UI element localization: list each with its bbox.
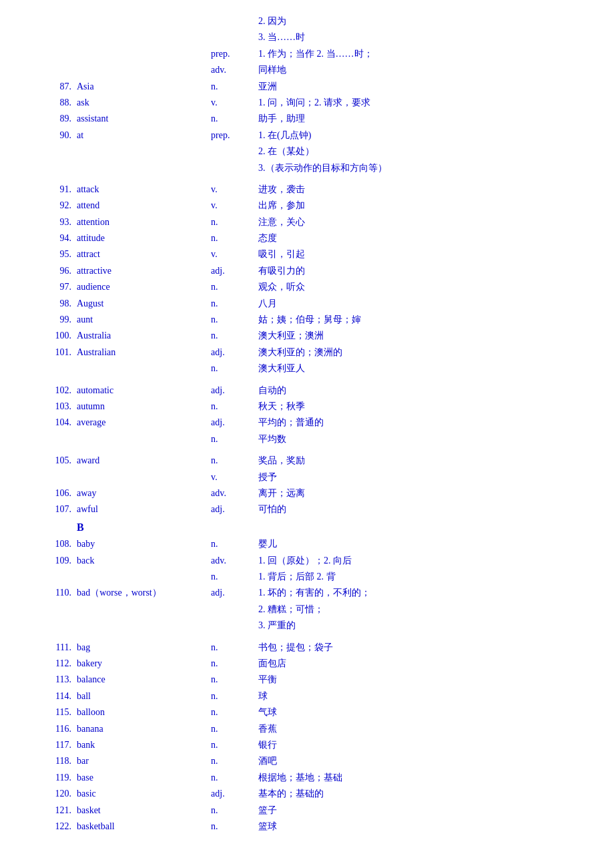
entry-definition: 同样地 — [256, 62, 587, 78]
entry-pos: n. — [208, 279, 256, 295]
entry-definition: 奖品，奖励 — [256, 453, 587, 469]
list-item: 89.assistantn.助手，助理 — [27, 111, 587, 127]
list-item: 103.autumnn.秋天；秋季 — [27, 399, 587, 415]
entry-pos: n. — [208, 770, 256, 786]
list-item: 112.bakeryn.面包店 — [27, 656, 587, 672]
entry-pos — [208, 29, 256, 45]
entry-word — [74, 361, 208, 377]
entry-pos: adj. — [208, 383, 256, 399]
entry-word: attend — [74, 198, 208, 214]
entry-pos: adj. — [208, 501, 256, 517]
entry-word — [74, 62, 208, 78]
list-item: 118.barn.酒吧 — [27, 753, 587, 769]
entry-definition: 秋天；秋季 — [256, 399, 587, 415]
entry-number: 104. — [27, 415, 74, 431]
entry-number: 116. — [27, 721, 74, 737]
entry-definition: 1. 坏的；有害的，不利的； — [256, 585, 587, 601]
entry-pos — [208, 144, 256, 160]
entry-word: basic — [74, 786, 208, 802]
list-item: 122.basketballn.篮球 — [27, 819, 587, 835]
entry-pos — [208, 602, 256, 618]
entry-number — [27, 13, 74, 29]
entry-definition: 观众，听众 — [256, 279, 587, 295]
entry-number: 89. — [27, 111, 74, 127]
entry-number: 117. — [27, 737, 74, 753]
entry-pos: n. — [208, 803, 256, 819]
entry-definition: 篮球 — [256, 819, 587, 835]
list-item: 120.basicadj.基本的；基础的 — [27, 786, 587, 802]
entry-pos: n. — [208, 214, 256, 230]
list-item: 106.awayadv.离开；远离 — [27, 485, 587, 501]
entry-definition: 进攻，袭击 — [256, 182, 587, 198]
section-header-row: B — [27, 518, 587, 537]
entry-number: 109. — [27, 553, 74, 569]
entry-pos: prep. — [208, 46, 256, 62]
list-item: 110.bad（worse，worst）adj.1. 坏的；有害的，不利的； — [27, 585, 587, 601]
entry-word — [74, 160, 208, 176]
entry-pos: v. — [208, 469, 256, 485]
entry-pos: v. — [208, 246, 256, 262]
entry-definition: 助手，助理 — [256, 111, 587, 127]
entry-word: ask — [74, 95, 208, 111]
entry-word — [74, 46, 208, 62]
list-item: 105.awardn.奖品，奖励 — [27, 453, 587, 469]
entry-definition: 1. 背后；后部 2. 背 — [256, 569, 587, 585]
entry-definition: 1. 作为；当作 2. 当……时； — [256, 46, 587, 62]
entry-number: 105. — [27, 453, 74, 469]
entry-word — [74, 144, 208, 160]
list-item: 92.attendv.出席，参加 — [27, 198, 587, 214]
entry-definition: 银行 — [256, 737, 587, 753]
entry-definition: 态度 — [256, 230, 587, 246]
entry-number: 112. — [27, 656, 74, 672]
entry-pos: adj. — [208, 786, 256, 802]
entry-definition: 吸引，引起 — [256, 246, 587, 262]
entry-number: 121. — [27, 803, 74, 819]
entry-word: baby — [74, 536, 208, 552]
list-item: n.1. 背后；后部 2. 背 — [27, 569, 587, 585]
entry-definition: 3. 当……时 — [256, 29, 587, 45]
list-item: 97.audiencen.观众，听众 — [27, 279, 587, 295]
list-item: 108.babyn.婴儿 — [27, 536, 587, 552]
list-item: 2. 在（某处） — [27, 144, 587, 160]
list-item: 3.（表示动作的目标和方向等） — [27, 160, 587, 176]
entry-definition: 婴儿 — [256, 536, 587, 552]
list-item: 100.Australian.澳大利亚；澳洲 — [27, 328, 587, 344]
entry-word — [74, 618, 208, 634]
entry-number: 108. — [27, 536, 74, 552]
entry-number: 92. — [27, 198, 74, 214]
entry-word: assistant — [74, 111, 208, 127]
spacer-row — [27, 176, 587, 182]
entry-definition: 注意，关心 — [256, 214, 587, 230]
entry-number: 110. — [27, 585, 74, 601]
entry-number: 90. — [27, 128, 74, 144]
entry-number: 94. — [27, 230, 74, 246]
entry-word — [74, 431, 208, 447]
entry-pos: n. — [208, 688, 256, 704]
list-item: 3. 严重的 — [27, 618, 587, 634]
entry-word: August — [74, 296, 208, 312]
entry-word: ball — [74, 688, 208, 704]
spacer-row — [27, 634, 587, 640]
entry-word: attitude — [74, 230, 208, 246]
entry-number — [27, 361, 74, 377]
entry-definition: 2. 在（某处） — [256, 144, 587, 160]
entry-definition: 平衡 — [256, 672, 587, 688]
entry-word: automatic — [74, 383, 208, 399]
list-item: 116.bananan.香蕉 — [27, 721, 587, 737]
entry-definition: 2. 因为 — [256, 13, 587, 29]
list-item: 94.attituden.态度 — [27, 230, 587, 246]
entry-word — [74, 13, 208, 29]
entry-number: 87. — [27, 79, 74, 95]
entry-pos: adj. — [208, 345, 256, 361]
list-item: 107.awfuladj.可怕的 — [27, 501, 587, 517]
entry-number — [27, 29, 74, 45]
spacer-row — [27, 377, 587, 383]
list-item: 104.averageadj.平均的；普通的 — [27, 415, 587, 431]
entry-pos: n. — [208, 640, 256, 656]
spacer-row — [27, 447, 587, 453]
entry-pos: n. — [208, 536, 256, 552]
entry-pos: adj. — [208, 585, 256, 601]
list-item: v.授予 — [27, 469, 587, 485]
entry-pos: n. — [208, 312, 256, 328]
entry-definition: 平均数 — [256, 431, 587, 447]
